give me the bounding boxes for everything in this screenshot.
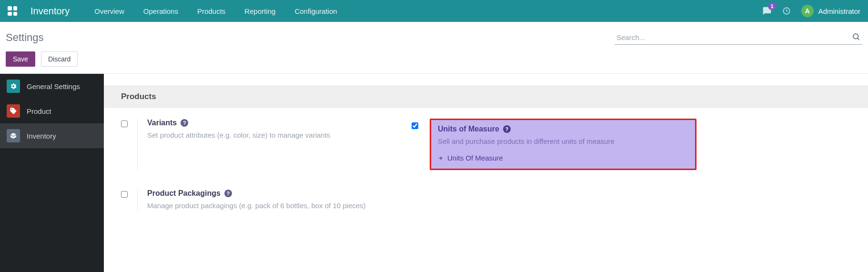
sidebar: General Settings Product Inventory bbox=[0, 74, 104, 272]
tag-icon bbox=[7, 104, 20, 118]
setting-uom-check-wrap bbox=[406, 119, 418, 170]
setting-uom-highlight: Units of Measure ? Sell and purchase pro… bbox=[430, 119, 696, 170]
setting-variants-body: Variants ? Set product attributes (e.g. … bbox=[137, 119, 400, 170]
user-name: Administrator bbox=[818, 7, 860, 15]
setting-variants-title-row: Variants ? bbox=[147, 119, 400, 127]
setting-variants-title: Variants bbox=[147, 119, 177, 127]
discard-button[interactable]: Discard bbox=[41, 51, 78, 67]
section-header-products: Products bbox=[104, 85, 868, 108]
setting-uom-body: Units of Measure ? Sell and purchase pro… bbox=[428, 119, 696, 170]
nav-link-reporting[interactable]: Reporting bbox=[244, 7, 275, 15]
setting-variants-checkbox[interactable] bbox=[121, 121, 128, 127]
setting-packagings-checkbox[interactable] bbox=[121, 191, 128, 198]
top-nav-right: 1 A Administrator bbox=[762, 5, 860, 17]
messages-badge: 1 bbox=[768, 2, 777, 10]
arrow-right-icon bbox=[438, 155, 444, 161]
sidebar-item-label: Product bbox=[27, 107, 51, 115]
search-icon[interactable] bbox=[852, 32, 860, 42]
setting-uom: Units of Measure ? Sell and purchase pro… bbox=[406, 119, 696, 170]
help-icon[interactable]: ? bbox=[503, 125, 511, 133]
settings-grid: Variants ? Set product attributes (e.g. … bbox=[104, 108, 868, 211]
svg-line-2 bbox=[858, 38, 859, 40]
nav-link-operations[interactable]: Operations bbox=[143, 7, 178, 15]
help-icon[interactable]: ? bbox=[224, 190, 232, 197]
sidebar-item-inventory[interactable]: Inventory bbox=[0, 123, 104, 148]
search-wrap bbox=[615, 30, 862, 45]
gear-icon bbox=[7, 80, 20, 93]
setting-uom-checkbox[interactable] bbox=[412, 122, 418, 129]
sidebar-item-label: Inventory bbox=[27, 132, 56, 140]
page-title: Settings bbox=[6, 31, 44, 44]
setting-packagings-desc: Manage product packagings (e.g. pack of … bbox=[147, 201, 400, 211]
header-row: Settings bbox=[0, 22, 868, 50]
setting-packagings-check-wrap bbox=[121, 189, 128, 211]
setting-packagings: Product Packagings ? Manage product pack… bbox=[115, 189, 406, 211]
main-content: Products Variants ? Set product attribut… bbox=[104, 74, 868, 272]
box-icon bbox=[7, 129, 20, 142]
setting-packagings-body: Product Packagings ? Manage product pack… bbox=[137, 189, 400, 211]
setting-variants-desc: Set product attributes (e.g. color, size… bbox=[147, 130, 400, 140]
activities-icon[interactable] bbox=[782, 7, 791, 15]
setting-packagings-title: Product Packagings bbox=[147, 189, 221, 198]
action-bar: Save Discard bbox=[0, 50, 868, 73]
body: General Settings Product Inventory Produ… bbox=[0, 74, 868, 272]
help-icon[interactable]: ? bbox=[181, 119, 188, 127]
sidebar-item-label: General Settings bbox=[27, 82, 80, 91]
app-title[interactable]: Inventory bbox=[30, 6, 70, 17]
setting-variants: Variants ? Set product attributes (e.g. … bbox=[115, 119, 406, 170]
nav-link-overview[interactable]: Overview bbox=[94, 7, 124, 15]
setting-uom-title-row: Units of Measure ? bbox=[438, 125, 688, 133]
nav-link-configuration[interactable]: Configuration bbox=[294, 7, 337, 15]
apps-icon[interactable] bbox=[8, 6, 17, 16]
setting-uom-desc: Sell and purchase products in different … bbox=[438, 136, 688, 146]
svg-point-1 bbox=[853, 34, 858, 39]
messages-button[interactable]: 1 bbox=[762, 6, 772, 16]
setting-uom-link[interactable]: Units Of Measure bbox=[438, 154, 688, 162]
save-button[interactable]: Save bbox=[6, 51, 35, 67]
setting-uom-title: Units of Measure bbox=[438, 125, 499, 133]
top-nav: Inventory Overview Operations Products R… bbox=[0, 0, 868, 22]
top-nav-left: Inventory Overview Operations Products R… bbox=[8, 6, 337, 17]
sidebar-item-general-settings[interactable]: General Settings bbox=[0, 74, 104, 99]
avatar: A bbox=[801, 5, 814, 17]
nav-links: Overview Operations Products Reporting C… bbox=[94, 7, 337, 15]
user-menu[interactable]: A Administrator bbox=[801, 5, 860, 17]
sidebar-item-product[interactable]: Product bbox=[0, 99, 104, 123]
nav-link-products[interactable]: Products bbox=[197, 7, 225, 15]
setting-uom-link-label: Units Of Measure bbox=[447, 154, 503, 162]
setting-packagings-title-row: Product Packagings ? bbox=[147, 189, 400, 198]
setting-variants-check-wrap bbox=[121, 119, 128, 170]
search-input[interactable] bbox=[615, 30, 862, 45]
